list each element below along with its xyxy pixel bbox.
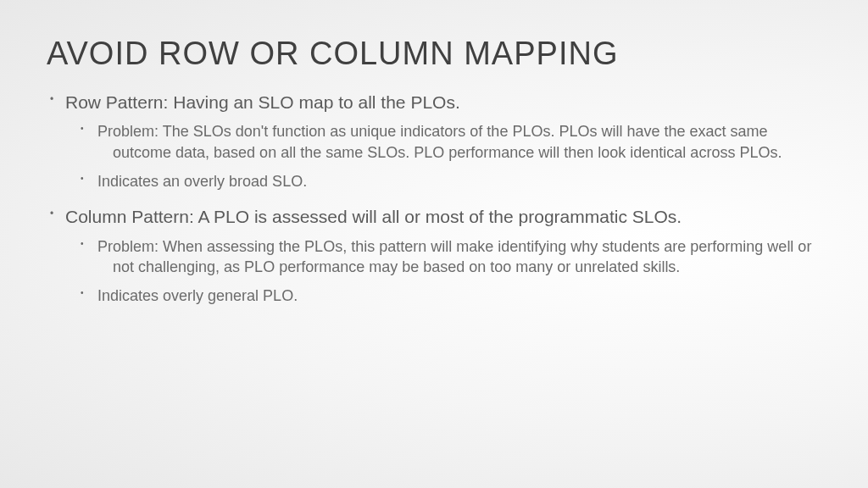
list-item: Problem: The SLOs don't function as uniq… (65, 121, 821, 163)
sub-bullet-text: Problem: When assessing the PLOs, this p… (97, 236, 821, 278)
sub-bullet-text: Problem: The SLOs don't function as uniq… (97, 121, 821, 163)
sub-bullet-text: Indicates an overly broad SLO. (97, 171, 821, 191)
list-item: Indicates overly general PLO. (65, 286, 821, 306)
list-item: Problem: When assessing the PLOs, this p… (65, 236, 821, 278)
bullet-text: Column Pattern: A PLO is assessed will a… (65, 207, 682, 226)
list-item: Row Pattern: Having an SLO map to all th… (47, 91, 821, 191)
sub-bullet-list: Problem: The SLOs don't function as uniq… (65, 121, 821, 191)
list-item: Column Pattern: A PLO is assessed will a… (47, 205, 821, 306)
list-item: Indicates an overly broad SLO. (65, 171, 821, 191)
slide-title: AVOID ROW OR COLUMN MAPPING (47, 36, 821, 72)
bullet-list: Row Pattern: Having an SLO map to all th… (47, 91, 821, 306)
bullet-text: Row Pattern: Having an SLO map to all th… (65, 92, 460, 112)
sub-bullet-list: Problem: When assessing the PLOs, this p… (65, 236, 821, 307)
sub-bullet-text: Indicates overly general PLO. (97, 286, 821, 306)
